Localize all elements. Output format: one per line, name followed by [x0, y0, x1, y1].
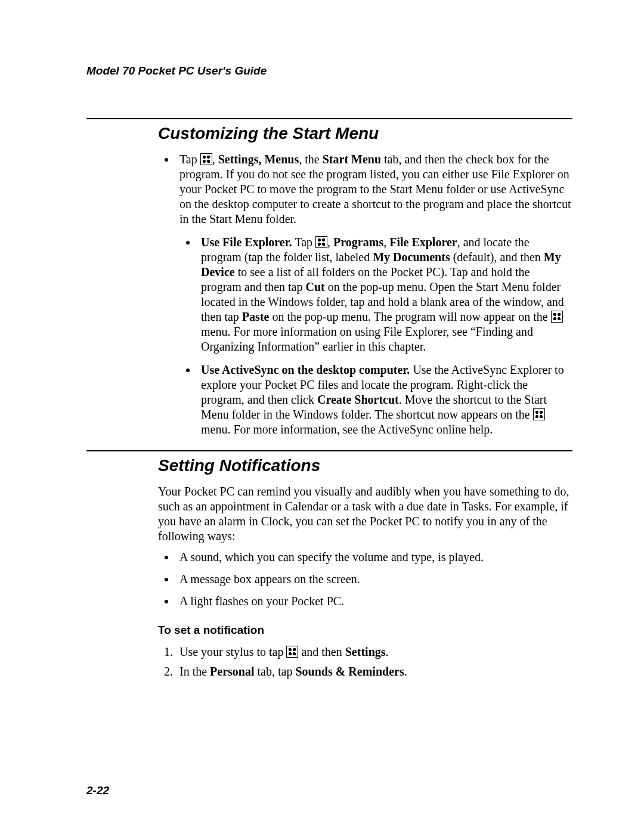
- text: on the pop-up menu. The program will now…: [269, 310, 550, 323]
- start-menu-icon: [200, 153, 212, 165]
- text: (default), and then: [450, 250, 544, 264]
- start-menu-icon: [533, 408, 545, 420]
- text: .: [404, 665, 407, 678]
- text: menu. For more information on using File…: [201, 325, 533, 353]
- subhead-to-set: To set a notification: [158, 623, 572, 637]
- bold-text: My Documents: [373, 250, 450, 264]
- text: .: [386, 645, 389, 658]
- list-item: A sound, which you can specify the volum…: [176, 550, 572, 565]
- text: Use your stylus to tap: [179, 645, 286, 658]
- text: and then: [298, 645, 345, 658]
- bold-text: Paste: [242, 310, 270, 323]
- intro-paragraph: Your Pocket PC can remind you visually a…: [158, 484, 572, 544]
- bold-text: Programs: [333, 236, 383, 249]
- list-item: A message box appears on the screen.: [176, 572, 572, 587]
- list-item: A light flashes on your Pocket PC.: [176, 594, 572, 609]
- main-bullet: Tap , Settings, Menus, the Start Menu ta…: [176, 152, 572, 437]
- text: , the: [299, 153, 322, 166]
- bold-text: File Explorer: [389, 236, 457, 249]
- bold-text: Sounds & Reminders: [295, 665, 404, 678]
- start-menu-icon: [315, 236, 327, 248]
- bold-text: Personal: [210, 665, 254, 678]
- sub-bullet-list: Use File Explorer. Tap , Programs, File …: [179, 235, 572, 437]
- page-number: 2-22: [86, 784, 109, 797]
- bold-text: Settings: [345, 645, 386, 658]
- bold-text: Cut: [306, 280, 325, 293]
- text: ,: [383, 236, 389, 249]
- bullet-list-notify: A sound, which you can specify the volum…: [158, 550, 572, 609]
- page: Model 70 Pocket PC User's Guide Customiz…: [0, 0, 644, 679]
- text: Tap: [292, 236, 315, 249]
- text: tab, tap: [255, 665, 296, 678]
- text: ,: [327, 236, 333, 249]
- bullet-list-main: Tap , Settings, Menus, the Start Menu ta…: [158, 152, 572, 437]
- bold-text: Use ActiveSync on the desktop computer.: [201, 363, 410, 376]
- step-1: Use your stylus to tap and then Settings…: [176, 645, 572, 659]
- start-menu-icon: [286, 646, 298, 658]
- step-2: In the Personal tab, tap Sounds & Remind…: [176, 664, 572, 679]
- sub-bullet-file-explorer: Use File Explorer. Tap , Programs, File …: [197, 235, 572, 354]
- text: menu. For more information, see the Acti…: [201, 423, 493, 436]
- bold-text: Start Menu: [323, 153, 381, 166]
- running-header: Model 70 Pocket PC User's Guide: [86, 64, 572, 78]
- section-rule: [86, 450, 572, 451]
- steps-list: Use your stylus to tap and then Settings…: [158, 645, 572, 679]
- section-title-customizing: Customizing the Start Menu: [158, 123, 572, 144]
- section-customizing: Customizing the Start Menu Tap , Setting…: [158, 123, 572, 437]
- section-rule: [86, 118, 572, 119]
- section-title-notifications: Setting Notifications: [158, 455, 572, 476]
- text: In the: [179, 665, 210, 678]
- bold-text: Create Shortcut: [317, 393, 399, 406]
- sub-bullet-activesync: Use ActiveSync on the desktop computer. …: [197, 363, 572, 437]
- text: Tap: [179, 153, 200, 166]
- section-notifications: Setting Notifications Your Pocket PC can…: [158, 455, 572, 679]
- bold-text: Settings, Menus: [218, 153, 299, 166]
- start-menu-icon: [551, 311, 563, 323]
- text: ,: [212, 153, 218, 166]
- bold-text: Use File Explorer.: [201, 236, 292, 249]
